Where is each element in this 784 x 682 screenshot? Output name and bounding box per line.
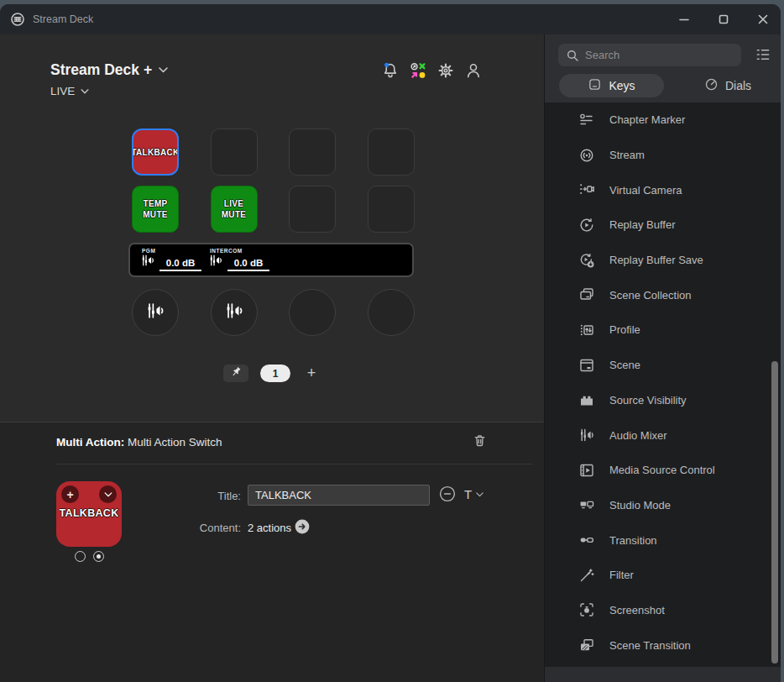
font-style-button[interactable]: T: [464, 487, 483, 501]
search-input[interactable]: [558, 44, 741, 66]
pushpin-icon: [229, 365, 243, 382]
search-box[interactable]: [558, 44, 741, 66]
close-button[interactable]: [757, 13, 769, 25]
sidebar-item-transition[interactable]: Transition: [545, 522, 781, 558]
dial-empty[interactable]: [368, 289, 415, 336]
sidebar-item-scene-collection[interactable]: Scene Collection: [545, 277, 781, 312]
scrollbar-thumb[interactable]: [771, 361, 778, 664]
sidebar-item-stream[interactable]: Stream: [545, 138, 781, 173]
settings-gear-icon[interactable]: [435, 60, 456, 81]
profile-icon: [578, 322, 595, 338]
maximize-button[interactable]: [718, 13, 729, 25]
action-key-preview[interactable]: + TALKBACK: [56, 481, 122, 547]
tab-keys[interactable]: Keys: [559, 74, 664, 97]
actions-sidebar: Keys Dials: [544, 34, 781, 682]
sidebar-item-replay-buffer-save[interactable]: Replay Buffer Save: [545, 243, 781, 278]
dial-audio-mixer-1[interactable]: [132, 289, 179, 336]
sidebar-item-label: Profile: [609, 323, 640, 336]
chevron-down-icon: [159, 67, 168, 73]
device-selector[interactable]: Stream Deck +: [50, 61, 168, 79]
key-empty[interactable]: [368, 186, 415, 233]
scene-collection-icon: [578, 286, 595, 303]
dial-row: [132, 289, 415, 336]
sidebar-item-filter[interactable]: Filter: [545, 558, 781, 593]
sidebar-item-screenshot[interactable]: Screenshot: [545, 593, 781, 628]
lcd-segment-pgm[interactable]: PGM 0.0 dB: [140, 244, 207, 275]
lcd-touch-strip[interactable]: PGM 0.0 dB: [128, 243, 414, 277]
property-inspector: Multi Action: Multi Action Switch + T: [0, 422, 544, 682]
delete-action-button[interactable]: [470, 433, 489, 451]
minimize-button[interactable]: [678, 13, 690, 25]
action-type-label: Multi Action:: [56, 436, 124, 449]
sidebar-item-label: Chapter Marker: [609, 113, 685, 126]
key-icon: [588, 77, 602, 94]
lcd-segment-value: 0.0 dB: [159, 258, 201, 271]
scene-transition-icon: [578, 637, 595, 653]
key-live-mute[interactable]: LIVE MUTE: [211, 186, 258, 233]
tab-keys-label: Keys: [609, 79, 635, 92]
audio-mixer-icon: [208, 253, 223, 271]
action-library-list-icon[interactable]: [754, 45, 772, 64]
action-list: Chapter Marker Stream: [545, 102, 781, 663]
notifications-bell-icon[interactable]: [379, 60, 400, 81]
title-input[interactable]: [248, 485, 430, 506]
sidebar-item-chapter-marker[interactable]: Chapter Marker: [545, 102, 781, 138]
key-empty[interactable]: [211, 129, 258, 176]
sidebar-item-label: Virtual Camera: [609, 184, 682, 197]
content-field-label: Content:: [168, 522, 241, 534]
pin-page-button[interactable]: [223, 365, 248, 382]
key-grid: TALKBACK TEMP MUTE LIVE MUTE: [132, 129, 415, 233]
chapter-marker-icon: [578, 112, 595, 129]
add-state-button[interactable]: +: [61, 485, 79, 503]
sidebar-item-studio-mode[interactable]: Studio Mode: [545, 488, 781, 523]
sidebar-item-scene[interactable]: Scene: [545, 348, 781, 383]
sidebar-item-replay-buffer[interactable]: Replay Buffer: [545, 207, 781, 243]
sidebar-item-label: Audio Mixer: [609, 429, 667, 442]
open-content-button[interactable]: [294, 518, 311, 535]
tab-dials[interactable]: Dials: [686, 74, 770, 97]
preview-key-title: TALKBACK: [56, 507, 122, 519]
profile-selector[interactable]: LIVE: [50, 85, 168, 97]
sidebar-item-source-visibility[interactable]: Source Visibility: [545, 383, 781, 418]
sidebar-item-profile[interactable]: Profile: [545, 312, 781, 348]
window-title: Stream Deck: [33, 13, 93, 25]
tab-dials-label: Dials: [725, 79, 751, 92]
stream-icon: [578, 147, 595, 164]
sidebar-item-media-source-control[interactable]: Media Source Control: [545, 453, 781, 488]
state-menu-button[interactable]: [99, 485, 117, 503]
add-page-button[interactable]: +: [302, 365, 321, 382]
sidebar-item-scene-transition[interactable]: Scene Transition: [545, 627, 781, 663]
link-title-button[interactable]: [437, 485, 457, 506]
dial-empty[interactable]: [289, 289, 336, 336]
sidebar-footer: [545, 667, 781, 682]
sidebar-item-label: Scene Transition: [609, 639, 691, 652]
title-field-label: Title:: [168, 490, 241, 502]
state-radio-2[interactable]: [93, 551, 104, 562]
source-visibility-icon: [578, 391, 595, 408]
state-radio-1[interactable]: [75, 551, 86, 562]
sidebar-item-label: Stream: [609, 149, 645, 161]
key-label: LIVE: [224, 198, 243, 209]
studio-mode-icon: [578, 496, 595, 513]
link-circle-icon: [437, 484, 457, 507]
lcd-segment-intercom[interactable]: INTERCOM 0.0 d: [208, 244, 275, 275]
sidebar-item-label: Filter: [609, 569, 634, 581]
key-empty[interactable]: [289, 129, 336, 176]
key-talkback[interactable]: TALKBACK: [132, 129, 179, 176]
key-temp-mute[interactable]: TEMP MUTE: [132, 186, 179, 233]
screenshot-icon: [578, 601, 595, 618]
sidebar-item-virtual-camera[interactable]: Virtual Camera: [545, 172, 781, 207]
marketplace-icon[interactable]: [407, 60, 428, 81]
page-indicator[interactable]: 1: [260, 365, 290, 382]
key-empty[interactable]: [368, 129, 415, 176]
action-type-value: Multi Action Switch: [128, 436, 222, 449]
divider: [56, 464, 532, 464]
key-empty[interactable]: [289, 186, 336, 233]
dial-audio-mixer-2[interactable]: [211, 289, 258, 336]
stream-deck-logo-icon: [10, 12, 25, 27]
transition-icon: [578, 532, 595, 548]
replay-buffer-save-icon: [578, 252, 595, 269]
scene-icon: [578, 357, 595, 374]
sidebar-item-audio-mixer[interactable]: Audio Mixer: [545, 417, 781, 453]
account-person-icon[interactable]: [463, 60, 483, 81]
